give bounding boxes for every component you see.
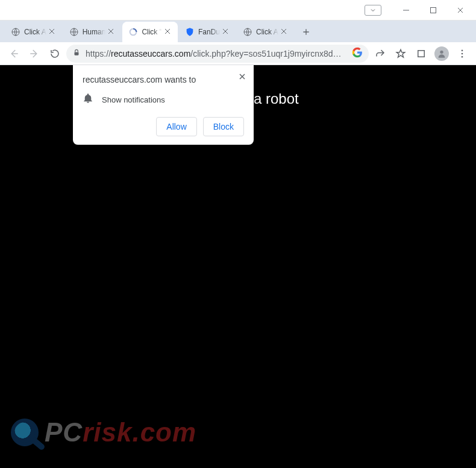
- svg-rect-5: [75, 52, 79, 55]
- extensions-button[interactable]: [412, 45, 430, 63]
- svg-rect-0: [430, 7, 436, 13]
- allow-button[interactable]: Allow: [156, 117, 196, 136]
- prompt-close-button[interactable]: [237, 71, 248, 82]
- maximize-icon: [430, 7, 437, 14]
- nav-reload-button[interactable]: [46, 45, 64, 63]
- tab-search-button[interactable]: [365, 5, 381, 16]
- minimize-icon: [402, 7, 410, 14]
- shield-icon: [185, 27, 195, 37]
- window-maximize-button[interactable]: [419, 0, 446, 21]
- nav-back-button[interactable]: [5, 45, 23, 63]
- tab-1[interactable]: Human: [63, 22, 122, 42]
- arrow-right-icon: [29, 48, 40, 59]
- allow-button-label: Allow: [166, 122, 186, 131]
- svg-rect-6: [418, 50, 425, 57]
- tab-4[interactable]: Click A: [237, 22, 294, 42]
- share-icon: [375, 48, 386, 59]
- globe-icon: [69, 27, 79, 37]
- watermark: PCrisk.com: [11, 417, 196, 447]
- page-viewport: you are not a robot recutasseuccars.com …: [0, 65, 476, 468]
- url-scheme: https://: [86, 49, 111, 58]
- notification-permission-prompt: recutasseuccars.com wants to Show notifi…: [73, 65, 254, 145]
- tab-close-button[interactable]: [49, 28, 57, 36]
- url-host: recutasseuccars.com: [111, 49, 190, 58]
- tab-close-button[interactable]: [164, 28, 173, 36]
- window-minimize-button[interactable]: [392, 0, 419, 21]
- tab-close-button[interactable]: [222, 28, 231, 36]
- new-tab-button[interactable]: [298, 24, 315, 40]
- puzzle-icon: [416, 48, 427, 59]
- profile-button[interactable]: [433, 45, 451, 63]
- window-close-button[interactable]: [446, 0, 474, 21]
- tab-title: FanDu: [198, 28, 220, 36]
- url-path: /click.php?key=sos51uqr1j9myircnx8d…: [190, 49, 341, 58]
- watermark-suffix: risk.com: [83, 417, 196, 447]
- kebab-menu-icon: [457, 48, 468, 59]
- plus-icon: [301, 27, 311, 37]
- bell-icon: [83, 93, 93, 106]
- watermark-logo-icon: [11, 419, 39, 446]
- globe-icon: [11, 27, 20, 37]
- tab-2-active[interactable]: Click ": [122, 22, 178, 42]
- block-button[interactable]: Block: [203, 117, 244, 136]
- close-icon: [457, 7, 464, 14]
- svg-point-8: [462, 49, 463, 51]
- arrow-left-icon: [8, 48, 19, 59]
- share-button[interactable]: [371, 45, 389, 63]
- tab-title: Click A: [256, 28, 278, 36]
- tab-title: Click A: [24, 28, 46, 36]
- close-icon: [222, 28, 228, 34]
- svg-point-9: [462, 52, 463, 54]
- svg-point-10: [462, 55, 463, 57]
- tab-title: Click ": [142, 28, 162, 36]
- google-search-icon[interactable]: [352, 47, 363, 60]
- close-icon: [164, 28, 171, 34]
- chevron-down-icon: [369, 7, 377, 14]
- browser-menu-button[interactable]: [453, 45, 471, 63]
- url-text: https://recutasseuccars.com/click.php?ke…: [86, 49, 347, 58]
- star-icon: [395, 48, 406, 59]
- tab-close-button[interactable]: [108, 28, 116, 36]
- watermark-text: PCrisk.com: [45, 417, 196, 447]
- lock-icon: [72, 48, 81, 59]
- loading-spinner-icon: [128, 27, 138, 37]
- reload-icon: [49, 48, 60, 59]
- tab-strip: Click A Human Click " FanDu: [0, 21, 476, 42]
- close-icon: [281, 28, 287, 34]
- nav-forward-button[interactable]: [25, 45, 43, 63]
- window-titlebar: [0, 0, 476, 21]
- tab-title: Human: [83, 28, 106, 36]
- prompt-permission-label: Show notifications: [102, 95, 165, 104]
- block-button-label: Block: [213, 122, 234, 131]
- close-icon: [49, 28, 55, 34]
- browser-toolbar: https://recutasseuccars.com/click.php?ke…: [0, 42, 476, 65]
- close-icon: [239, 73, 246, 80]
- svg-point-7: [440, 50, 443, 53]
- close-icon: [108, 28, 114, 34]
- avatar-icon: [434, 46, 449, 61]
- tab-3[interactable]: FanDu: [179, 22, 236, 42]
- address-bar[interactable]: https://recutasseuccars.com/click.php?ke…: [66, 45, 369, 63]
- watermark-prefix: PC: [45, 417, 83, 447]
- prompt-title: recutasseuccars.com wants to: [83, 75, 244, 84]
- tab-close-button[interactable]: [281, 28, 289, 36]
- bookmark-button[interactable]: [392, 45, 410, 63]
- tab-0[interactable]: Click A: [5, 22, 62, 42]
- globe-icon: [243, 27, 252, 37]
